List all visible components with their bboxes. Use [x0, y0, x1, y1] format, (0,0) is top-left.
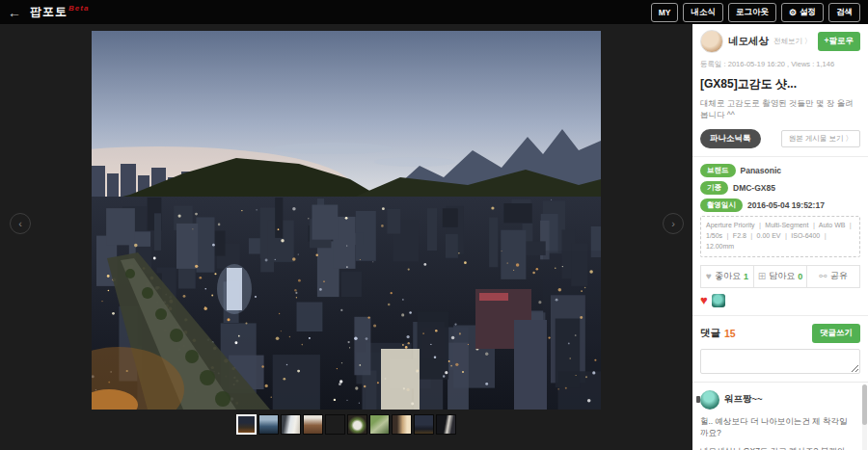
comment-input[interactable]: [700, 349, 860, 374]
share-label: 공유: [830, 270, 848, 282]
exif-date-value: 2016-05-04 19:52:17: [747, 200, 825, 210]
settings-button[interactable]: ⚙설정: [781, 3, 824, 22]
exif-settings: Aperture Priority ｜ Multi-Segment ｜ Auto…: [700, 216, 860, 257]
heart-icon: ♥: [706, 272, 712, 281]
thumbnail-9[interactable]: [414, 414, 434, 435]
back-icon[interactable]: ←: [8, 6, 21, 19]
comments-header: 댓글 15 댓글쓰기: [692, 316, 868, 343]
plus-box-icon: ⊞: [758, 272, 766, 281]
thumbnail-10[interactable]: [436, 414, 456, 435]
author-name[interactable]: 네모세상: [728, 35, 769, 48]
post-title: [GX85]고감도 샷...: [700, 76, 860, 93]
author-header: 네모세상 전체보기 〉 +팔로우: [700, 30, 860, 53]
action-bar: ♥ 좋아요 1 ⊞ 담아요 0 ⚯ 공유: [700, 265, 860, 288]
exif-brand-value: Panasonic: [741, 166, 782, 175]
thumbnail-3[interactable]: [281, 414, 301, 435]
exif-date-badge: 촬영일시: [700, 199, 743, 212]
comments-title: 댓글: [700, 327, 720, 340]
scrollbar-thumb[interactable]: [862, 384, 867, 425]
liker-avatar[interactable]: [712, 294, 725, 307]
category-tag[interactable]: 파나소닉톡: [700, 129, 761, 148]
thumbnail-7[interactable]: [369, 414, 390, 435]
exif-model-value: DMC-GX85: [733, 183, 775, 193]
page: ← 팝포토Beta MY 내소식 로그아웃 ⚙설정 검색 ‹ ›: [0, 0, 868, 450]
settings-label: 설정: [800, 7, 816, 18]
like-count: 1: [744, 272, 748, 281]
original-post-link[interactable]: 원본 게시물 보기 〉: [781, 130, 860, 147]
night-cityscape-image: [92, 31, 601, 410]
prev-photo-button[interactable]: ‹: [10, 213, 31, 234]
save-count: 0: [798, 272, 802, 281]
follow-button[interactable]: +팔로우: [818, 32, 860, 51]
comment-text: 헐.. 예상보다 더 나아보이는건 제 착각일까요?: [700, 415, 854, 440]
chevron-left-icon: ‹: [18, 218, 22, 229]
like-label: 좋아요: [715, 270, 741, 282]
next-photo-button[interactable]: ›: [663, 213, 684, 234]
post-meta: 등록일 : 2016-05-19 16:20 , Views : 1,146: [700, 60, 860, 69]
view-all-link[interactable]: 전체보기 〉: [773, 37, 812, 46]
exif-block: 브랜드 Panasonic 기종 DMC-GX85 촬영일시 2016-05-0…: [692, 157, 868, 257]
search-button[interactable]: 검색: [828, 3, 860, 22]
logout-button[interactable]: 로그아웃: [728, 3, 776, 22]
liked-heart-icon: ♥: [700, 294, 708, 306]
author-avatar[interactable]: [700, 30, 723, 53]
exif-model-badge: 기종: [700, 181, 728, 195]
comment-author[interactable]: 워프짱~~: [724, 393, 763, 406]
post-sidebar: 네모세상 전체보기 〉 +팔로우 등록일 : 2016-05-19 16:20 …: [692, 24, 868, 450]
exif-brand-badge: 브랜드: [700, 164, 736, 177]
notifications-button[interactable]: 내소식: [683, 3, 723, 22]
comment-text: 네모세상님 GX7도 갖고 계시죠? 블랙의 느낌은 어떤가요? 똑같나요? 접…: [700, 445, 854, 450]
my-button[interactable]: MY: [651, 3, 679, 22]
comment-item: 워프짱~~ 헐.. 예상보다 더 나아보이는건 제 착각일까요? 네모세상님 G…: [692, 383, 868, 450]
beta-badge: Beta: [68, 4, 89, 13]
write-comment-button[interactable]: 댓글쓰기: [812, 324, 860, 343]
comments-count: 15: [724, 328, 736, 339]
comment-avatar[interactable]: [700, 390, 719, 410]
thumbnail-4[interactable]: [303, 414, 323, 435]
top-bar: ← 팝포토Beta MY 내소식 로그아웃 ⚙설정 검색: [0, 0, 868, 24]
liked-by-row: ♥: [692, 288, 868, 307]
thumbnail-strip: [0, 414, 692, 435]
save-label: 담아요: [769, 270, 795, 282]
thumbnail-8[interactable]: [392, 414, 412, 435]
app-logo[interactable]: 팝포토Beta: [30, 4, 89, 20]
chevron-right-icon: ›: [671, 218, 675, 229]
thumbnail-2[interactable]: [258, 414, 279, 435]
comments-scrollbar: [862, 384, 867, 450]
photo-viewer: ‹ ›: [0, 24, 692, 450]
post-description: 대체로 고감도로 촬영된 것들만 몇 장 올려봅니다 ^^: [700, 98, 860, 121]
thumbnail-5[interactable]: [325, 414, 345, 435]
like-button[interactable]: ♥ 좋아요 1: [701, 266, 753, 287]
share-icon: ⚯: [819, 272, 827, 281]
thumbnail-1[interactable]: [236, 414, 257, 435]
share-button[interactable]: ⚯ 공유: [806, 266, 859, 287]
comments-list: 워프짱~~ 헐.. 예상보다 더 나아보이는건 제 착각일까요? 네모세상님 G…: [692, 382, 868, 450]
post-photo[interactable]: [92, 31, 601, 410]
gear-icon: ⚙: [789, 8, 797, 17]
thumbnail-6[interactable]: [347, 414, 367, 435]
logo-text: 팝포토: [30, 5, 68, 18]
save-button[interactable]: ⊞ 담아요 0: [753, 266, 806, 287]
